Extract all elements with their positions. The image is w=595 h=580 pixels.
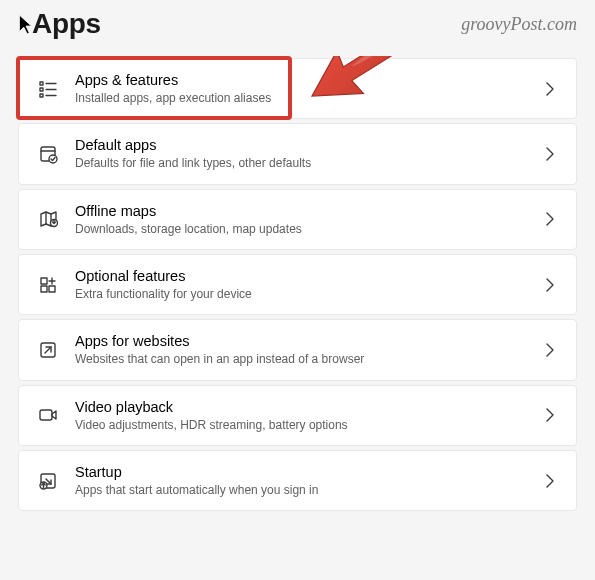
- item-description: Installed apps, app execution aliases: [75, 90, 528, 106]
- video-icon: [35, 405, 61, 425]
- apps-settings-page: Apps groovyPost.com Apps & featuresInsta…: [0, 0, 595, 529]
- item-label: Video playback: [75, 398, 528, 416]
- item-label: Offline maps: [75, 202, 528, 220]
- chevron-right-icon: [540, 144, 560, 164]
- page-title: Apps: [18, 8, 101, 40]
- chevron-right-icon: [540, 79, 560, 99]
- item-label: Startup: [75, 463, 528, 481]
- item-label: Optional features: [75, 267, 528, 285]
- settings-item-apps-features[interactable]: Apps & featuresInstalled apps, app execu…: [18, 58, 577, 119]
- settings-item-optional-features[interactable]: Optional featuresExtra functionality for…: [18, 254, 577, 315]
- settings-item-startup[interactable]: StartupApps that start automatically whe…: [18, 450, 577, 511]
- plus-grid-icon: [35, 275, 61, 295]
- settings-item-apps-for-websites[interactable]: Apps for websitesWebsites that can open …: [18, 319, 577, 380]
- item-description: Downloads, storage location, map updates: [75, 221, 528, 237]
- settings-list: Apps & featuresInstalled apps, app execu…: [18, 58, 577, 511]
- chevron-right-icon: [540, 209, 560, 229]
- settings-item-video-playback[interactable]: Video playbackVideo adjustments, HDR str…: [18, 385, 577, 446]
- item-label: Default apps: [75, 136, 528, 154]
- chevron-right-icon: [540, 340, 560, 360]
- default-icon: [35, 144, 61, 164]
- item-description: Extra functionality for your device: [75, 286, 528, 302]
- map-icon: [35, 209, 61, 229]
- chevron-right-icon: [540, 471, 560, 491]
- item-label: Apps & features: [75, 71, 528, 89]
- item-description: Websites that can open in an app instead…: [75, 351, 528, 367]
- settings-item-offline-maps[interactable]: Offline mapsDownloads, storage location,…: [18, 189, 577, 250]
- item-label: Apps for websites: [75, 332, 528, 350]
- chevron-right-icon: [540, 405, 560, 425]
- item-description: Video adjustments, HDR streaming, batter…: [75, 417, 528, 433]
- page-header: Apps groovyPost.com: [18, 8, 577, 40]
- chevron-right-icon: [540, 275, 560, 295]
- watermark-text: groovyPost.com: [461, 14, 577, 35]
- open-link-icon: [35, 340, 61, 360]
- list-icon: [35, 79, 61, 99]
- item-description: Apps that start automatically when you s…: [75, 482, 528, 498]
- item-description: Defaults for file and link types, other …: [75, 155, 528, 171]
- settings-item-default-apps[interactable]: Default appsDefaults for file and link t…: [18, 123, 577, 184]
- startup-icon: [35, 471, 61, 491]
